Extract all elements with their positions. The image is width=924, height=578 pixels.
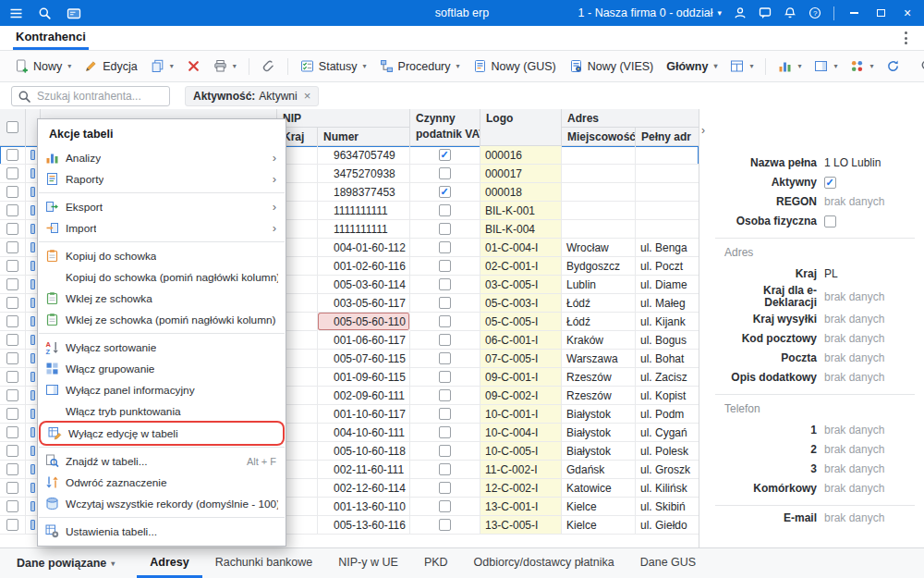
cell-vat[interactable] bbox=[410, 294, 480, 313]
cell-city[interactable]: Kraków bbox=[562, 331, 636, 350]
delete-button[interactable] bbox=[181, 55, 206, 77]
cell-vat[interactable] bbox=[410, 202, 480, 220]
cell-vat[interactable] bbox=[410, 220, 480, 239]
cell-address[interactable]: ul. Skibiń bbox=[636, 498, 699, 516]
cell-logo[interactable]: 05-C-003-I bbox=[480, 294, 562, 313]
cell-address[interactable]: ul. Giełdo bbox=[636, 516, 699, 535]
menu-item-wyłącz-panel-informacyjny[interactable]: Wyłącz panel informacyjny bbox=[38, 379, 286, 400]
cell-city[interactable]: Rzeszów bbox=[562, 368, 636, 387]
refresh-button[interactable] bbox=[881, 55, 906, 77]
row-select-checkbox[interactable] bbox=[6, 445, 18, 457]
cell-nip-numer[interactable]: 002-12-60-114 bbox=[318, 479, 410, 498]
cell-city[interactable]: Katowice bbox=[562, 479, 636, 498]
menu-item-analizy[interactable]: Analizy› bbox=[38, 147, 286, 168]
attachments-button[interactable] bbox=[256, 55, 281, 77]
new-gus-button[interactable]: Nowy (GUS) bbox=[468, 55, 562, 77]
cell-address[interactable] bbox=[636, 202, 699, 220]
vat-checkbox[interactable] bbox=[439, 408, 451, 420]
procedures-button[interactable]: Procedury▾ bbox=[374, 55, 466, 77]
vat-checkbox[interactable] bbox=[439, 334, 451, 346]
adres-group-header[interactable]: Adres bbox=[562, 109, 699, 128]
menu-item-znajdź-w-tabeli[interactable]: Znajdź w tabeli...Alt + F bbox=[38, 450, 286, 472]
filter-chip-aktywnosc[interactable]: Aktywność: Aktywni × bbox=[185, 86, 319, 106]
vat-column-header[interactable]: Czynny podatnik VAT bbox=[410, 109, 480, 146]
vat-checkbox[interactable] bbox=[439, 519, 451, 531]
cell-nip-numer[interactable]: 003-05-60-117 bbox=[318, 294, 410, 313]
more-options-icon[interactable] bbox=[901, 29, 911, 48]
cell-nip-numer[interactable]: 001-10-60-117 bbox=[318, 405, 410, 424]
cell-city[interactable] bbox=[562, 146, 636, 165]
cell-address[interactable]: ul. Podm bbox=[636, 405, 699, 424]
logo-column-header[interactable]: Logo bbox=[480, 109, 562, 146]
cell-address[interactable]: ul. Zacisz bbox=[636, 368, 699, 387]
cell-vat[interactable] bbox=[410, 516, 480, 535]
menu-item-wyłącz-sortowanie[interactable]: AZWyłącz sortowanie bbox=[38, 337, 286, 358]
cell-nip-numer[interactable]: 1111111111 bbox=[318, 202, 410, 220]
osoba-fizyczna-checkbox[interactable] bbox=[824, 215, 836, 228]
cell-address[interactable]: ul. Kopist bbox=[636, 387, 699, 405]
cell-vat[interactable] bbox=[410, 405, 480, 424]
cell-vat[interactable] bbox=[410, 146, 480, 165]
menu-item-wyłącz-edycję-w-tabeli[interactable]: Wyłącz edycję w tabeli bbox=[41, 423, 283, 444]
cell-address[interactable]: ul. Kijank bbox=[636, 313, 699, 331]
chat-icon[interactable] bbox=[759, 6, 772, 19]
cell-address[interactable]: ul. Bohat bbox=[636, 350, 699, 368]
vat-checkbox[interactable] bbox=[439, 426, 451, 438]
menu-item-eksport[interactable]: Eksport› bbox=[38, 196, 286, 217]
close-icon[interactable]: × bbox=[304, 90, 311, 102]
row-select-checkbox[interactable] bbox=[6, 278, 18, 290]
cell-nip-numer[interactable]: 005-07-60-115 bbox=[318, 350, 410, 368]
cell-logo[interactable]: 13-C-001-I bbox=[480, 498, 562, 516]
cell-vat[interactable] bbox=[410, 239, 480, 257]
cell-logo[interactable]: 10-C-004-I bbox=[480, 424, 562, 442]
cell-address[interactable]: ul. Kilińsk bbox=[636, 479, 699, 498]
bottom-tab-rachunki-bankowe[interactable]: Rachunki bankowe bbox=[202, 548, 326, 578]
window-layout-button[interactable]: ▾ bbox=[724, 55, 759, 77]
row-select-checkbox[interactable] bbox=[6, 519, 18, 531]
cell-city[interactable]: Łódź bbox=[562, 294, 636, 313]
cell-vat[interactable] bbox=[410, 387, 480, 405]
vat-checkbox[interactable] bbox=[439, 167, 451, 179]
cell-nip-numer[interactable]: 002-09-60-111 bbox=[318, 387, 410, 405]
cell-logo[interactable]: 09-C-001-I bbox=[480, 368, 562, 387]
vat-checkbox[interactable] bbox=[439, 482, 451, 494]
cell-address[interactable]: ul. Diame bbox=[636, 276, 699, 294]
vat-checkbox[interactable] bbox=[439, 260, 451, 272]
cell-nip-numer[interactable]: 004-01-60-112 bbox=[318, 239, 410, 257]
bottom-tab-nip-y-w-ue[interactable]: NIP-y w UE bbox=[325, 548, 411, 578]
cell-logo[interactable]: 02-C-001-I bbox=[480, 257, 562, 276]
bottom-tab-adresy[interactable]: Adresy bbox=[137, 548, 201, 578]
vat-checkbox[interactable] bbox=[439, 223, 451, 235]
menu-item-wklej-ze-schowka-pomiń-nagłówki-kolumn[interactable]: Wklej ze schowka (pomiń nagłówki kolumn) bbox=[38, 309, 286, 330]
cell-city[interactable]: Rzeszów bbox=[562, 387, 636, 405]
close-button[interactable]: × bbox=[900, 5, 915, 21]
cell-vat[interactable] bbox=[410, 350, 480, 368]
cell-address[interactable]: ul. Małeg bbox=[636, 294, 699, 313]
cell-nip-numer[interactable]: 001-06-60-117 bbox=[318, 331, 410, 350]
cell-city[interactable]: Białystok bbox=[562, 442, 636, 461]
row-select-checkbox[interactable] bbox=[6, 241, 18, 253]
menu-item-wczytaj-wszystkie-rekordy-domyślnie-100[interactable]: Wczytaj wszystkie rekordy (domyślnie - 1… bbox=[38, 493, 286, 514]
cell-logo[interactable]: 000016 bbox=[480, 146, 562, 165]
vat-checkbox[interactable] bbox=[439, 463, 451, 475]
cell-vat[interactable] bbox=[410, 165, 480, 183]
cell-city[interactable]: Gdańsk bbox=[562, 461, 636, 479]
numer-column-header[interactable]: Numer bbox=[318, 128, 410, 146]
vat-checkbox[interactable] bbox=[439, 149, 451, 161]
view-main-button[interactable]: Główny▾ bbox=[661, 56, 723, 77]
print-button[interactable]: ▾ bbox=[208, 55, 242, 77]
menu-item-import[interactable]: Import› bbox=[38, 217, 286, 239]
menu-item-ustawienia-tabeli[interactable]: Ustawienia tabeli... bbox=[38, 521, 286, 542]
cell-nip-numer[interactable]: 3475270938 bbox=[318, 165, 410, 183]
cell-vat[interactable] bbox=[410, 424, 480, 442]
row-select-checkbox[interactable] bbox=[6, 186, 18, 198]
cell-logo[interactable]: 09-C-002-I bbox=[480, 387, 562, 405]
cell-nip-numer[interactable]: 005-10-60-118 bbox=[318, 442, 410, 461]
cell-address[interactable]: ul. Polesk bbox=[636, 442, 699, 461]
cell-city[interactable] bbox=[562, 183, 636, 202]
row-select-checkbox[interactable] bbox=[6, 482, 18, 494]
cell-vat[interactable] bbox=[410, 442, 480, 461]
cell-vat[interactable] bbox=[410, 368, 480, 387]
cell-city[interactable]: Bydgoszcz bbox=[562, 257, 636, 276]
vat-checkbox[interactable] bbox=[439, 500, 451, 512]
